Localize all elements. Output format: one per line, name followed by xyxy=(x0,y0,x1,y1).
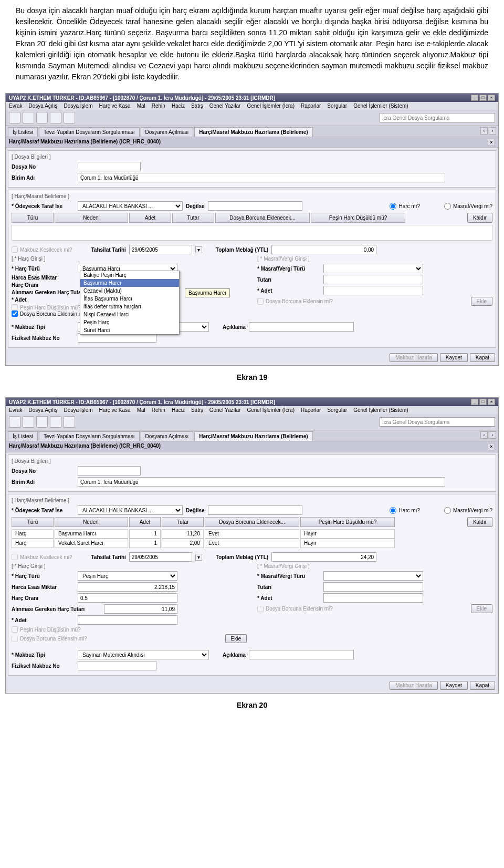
tab-next-icon[interactable]: › xyxy=(489,431,496,439)
dosya-no-input[interactable] xyxy=(78,162,141,171)
degilse-input[interactable] xyxy=(208,201,302,211)
masraf-turu-select[interactable] xyxy=(323,571,423,581)
menu-sorgular[interactable]: Sorgular xyxy=(327,407,347,413)
chevron-down-icon[interactable]: ▾ xyxy=(195,554,202,561)
menu-rehin[interactable]: Rehin xyxy=(152,103,165,109)
masraf-adet-input[interactable] xyxy=(323,593,423,603)
toolbar-icon-5[interactable] xyxy=(64,416,75,428)
subtitle-close-icon[interactable]: × xyxy=(488,443,495,450)
tab-harc-masraf[interactable]: Harç/Masraf Makbuzu Hazırlama (Belirleme… xyxy=(194,431,312,441)
menu-genel-yazilar[interactable]: Genel Yazılar xyxy=(209,103,241,109)
search-input[interactable] xyxy=(380,417,495,427)
makbuz-tipi-select[interactable]: Sayman Mutemedi Alındısı xyxy=(78,650,209,659)
menu-mal[interactable]: Mal xyxy=(137,103,145,109)
toolbar-icon-1[interactable] xyxy=(9,112,20,123)
harc-mi-radio[interactable]: Harc mı? xyxy=(390,507,420,514)
menu-harc-kasa[interactable]: Harç ve Kasa xyxy=(99,103,131,109)
tahsilat-tarihi-input[interactable] xyxy=(129,552,192,562)
dosya-no-input[interactable] xyxy=(78,466,141,476)
kaydet-button[interactable]: Kaydet xyxy=(440,353,468,362)
hdr-turu[interactable]: Türü xyxy=(12,213,54,223)
grid-area[interactable] xyxy=(12,225,492,241)
kaydet-button[interactable]: Kaydet xyxy=(440,681,468,690)
minimize-icon[interactable]: _ xyxy=(471,95,478,101)
tab-dosya-acilmasi[interactable]: Dosyanın Açılması xyxy=(141,127,194,137)
subtitle-close-icon[interactable]: × xyxy=(488,139,495,146)
menu-genel-yazilar[interactable]: Genel Yazılar xyxy=(209,407,241,413)
toolbar-icon-5[interactable] xyxy=(64,112,75,123)
dropdown-option[interactable]: iflas defter tutma harçları xyxy=(80,303,179,311)
kapat-button[interactable]: Kapat xyxy=(470,681,495,690)
kaldir-button[interactable]: Kaldır xyxy=(467,213,492,223)
tab-is-listesi[interactable]: İş Listesi xyxy=(8,431,38,441)
toolbar-icon-4[interactable] xyxy=(50,416,61,428)
hdr-tutar[interactable]: Tutar xyxy=(172,213,214,223)
harc-turu-dropdown[interactable]: Bakiye Peşin Harç Başvurma Harcı Cezaevi… xyxy=(80,271,180,335)
menu-sorgular[interactable]: Sorgular xyxy=(327,103,347,109)
tab-is-listesi[interactable]: İş Listesi xyxy=(8,127,38,137)
harca-esas-input[interactable] xyxy=(78,582,177,592)
harc-mi-radio[interactable]: Harc mı? xyxy=(390,203,420,210)
hdr-adet[interactable]: Adet xyxy=(129,213,171,223)
menu-genel-islemler-icra[interactable]: Genel İşlemler (İcra) xyxy=(247,407,295,413)
dropdown-option[interactable]: İflas Başvurma Harcı xyxy=(80,295,179,303)
toolbar-icon-4[interactable] xyxy=(50,112,61,123)
dropdown-option[interactable]: Cezaevi (Maktu) xyxy=(80,287,179,295)
menu-haciz[interactable]: Haciz xyxy=(172,103,185,109)
dropdown-option-selected[interactable]: Başvurma Harcı xyxy=(80,279,179,287)
kapat-button[interactable]: Kapat xyxy=(470,353,495,362)
aciklama-input[interactable] xyxy=(249,322,354,332)
menu-dosya-islem[interactable]: Dosya İşlem xyxy=(64,407,93,413)
degilse-input[interactable] xyxy=(208,505,302,515)
hdr-tutar[interactable]: Tutar xyxy=(162,517,204,527)
tutari-input[interactable] xyxy=(323,275,423,284)
menu-genel-islemler-icra[interactable]: Genel İşlemler (İcra) xyxy=(247,103,295,109)
dropdown-option[interactable]: Bakiye Peşin Harç xyxy=(80,271,179,279)
hdr-nedeni[interactable]: Nedeni xyxy=(55,213,128,223)
menu-dosya-acilis[interactable]: Dosya Açılış xyxy=(29,407,58,413)
tab-prev-icon[interactable]: ‹ xyxy=(480,127,488,135)
tab-next-icon[interactable]: › xyxy=(489,127,496,135)
masraf-mi-radio[interactable]: Masraf/Vergi mi? xyxy=(444,203,492,210)
menu-mal[interactable]: Mal xyxy=(137,407,145,413)
menu-satis[interactable]: Satış xyxy=(191,407,203,413)
menu-genel-islemler-sistem[interactable]: Genel İşlemler (Sistem) xyxy=(353,407,408,413)
aciklama-input[interactable] xyxy=(249,650,354,659)
hdr-nedeni[interactable]: Nedeni xyxy=(55,517,128,527)
menu-evrak[interactable]: Evrak xyxy=(9,103,23,109)
hdr-turu[interactable]: Türü xyxy=(12,517,54,527)
adet-input[interactable] xyxy=(78,615,177,625)
dropdown-option[interactable]: Nispi Cezaevi Harcı xyxy=(80,311,179,318)
search-input[interactable] xyxy=(380,113,495,122)
dropdown-option[interactable]: Peşin Harç xyxy=(80,318,179,326)
tahsilat-tarihi-input[interactable] xyxy=(129,245,192,254)
hdr-pesin[interactable]: Peşin Harc Düşüldü mü? xyxy=(300,517,395,527)
close-icon[interactable]: × xyxy=(488,95,495,101)
menu-evrak[interactable]: Evrak xyxy=(9,407,23,413)
hdr-adet[interactable]: Adet xyxy=(129,517,161,527)
odeyecek-select[interactable]: ALACAKLI HALK BANKASI ... xyxy=(78,505,183,515)
chevron-down-icon[interactable]: ▾ xyxy=(195,246,202,253)
menu-dosya-islem[interactable]: Dosya İşlem xyxy=(64,103,93,109)
hdr-ekl[interactable]: Dosya Borcuna Eklenecek... xyxy=(215,213,310,223)
tab-prev-icon[interactable]: ‹ xyxy=(480,431,488,439)
menu-rehin[interactable]: Rehin xyxy=(152,407,165,413)
toolbar-icon-2[interactable] xyxy=(23,112,34,123)
dropdown-option[interactable]: Suret Harcı xyxy=(80,326,179,334)
menu-haciz[interactable]: Haciz xyxy=(172,407,185,413)
masraf-mi-radio[interactable]: Masraf/Vergi mi? xyxy=(444,507,492,514)
harc-orani-input[interactable] xyxy=(78,593,177,603)
table-row[interactable]: Harç Başvurma Harcı 1 11,20 Evet Hayır xyxy=(12,529,492,539)
menu-genel-islemler-sistem[interactable]: Genel İşlemler (Sistem) xyxy=(353,103,408,109)
table-row[interactable]: Harç Vekalet Suret Harcı 1 2,00 Evet Hay… xyxy=(12,539,492,548)
harc-turu-select[interactable]: Peşin Harç xyxy=(78,571,177,581)
birim-adi-input[interactable] xyxy=(78,477,445,487)
menu-dosya-acilis[interactable]: Dosya Açılış xyxy=(29,103,58,109)
tab-harc-masraf[interactable]: Harç/Masraf Makbuzu Hazırlama (Belirleme… xyxy=(194,127,312,137)
tab-tevzi[interactable]: Tevzi Yapılan Dosyaların Sorgulanması xyxy=(39,431,140,441)
toolbar-icon-3[interactable] xyxy=(36,416,48,428)
maximize-icon[interactable]: □ xyxy=(479,95,487,101)
hdr-ekl[interactable]: Dosya Borcuna Eklenecek... xyxy=(205,517,299,527)
menu-satis[interactable]: Satış xyxy=(191,103,203,109)
alinmasi-input[interactable] xyxy=(104,604,177,614)
